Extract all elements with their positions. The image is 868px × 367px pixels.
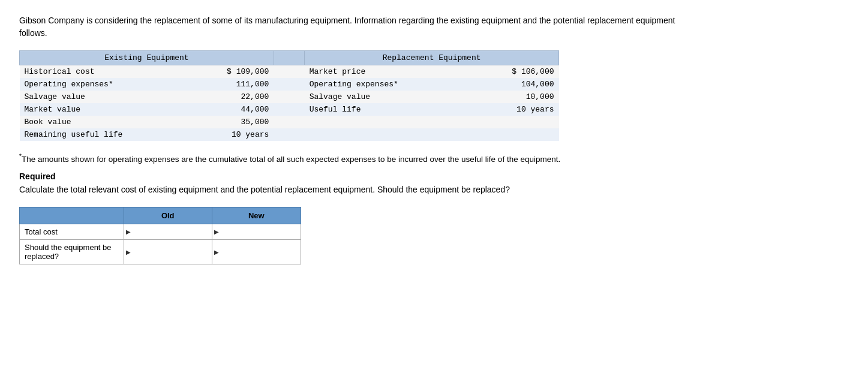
answer-new-input[interactable]	[217, 247, 288, 256]
existing-label: Operating expenses*	[20, 78, 174, 91]
new-header: New	[212, 207, 301, 224]
replacement-label	[305, 116, 459, 128]
spacer-header	[274, 51, 304, 65]
replacement-value: $ 106,000	[459, 65, 559, 79]
answer-row-label: Should the equipment be replaced?	[20, 239, 124, 264]
answer-row: Total cost	[20, 224, 301, 239]
existing-label: Salvage value	[20, 91, 174, 103]
answer-new-input-cell[interactable]	[212, 224, 301, 239]
replacement-label: Useful life	[305, 103, 459, 116]
replacement-value: 10,000	[459, 91, 559, 103]
table-row: Operating expenses* 111,000 Operating ex…	[20, 78, 559, 91]
answer-old-input-cell[interactable]	[124, 224, 212, 239]
equipment-table: Existing Equipment Replacement Equipment…	[19, 50, 559, 141]
existing-value: 10 years	[173, 128, 274, 141]
existing-label: Book value	[20, 116, 174, 128]
existing-equipment-header: Existing Equipment	[20, 51, 274, 65]
existing-label: Remaining useful life	[20, 128, 174, 141]
answer-old-input-cell[interactable]	[124, 239, 212, 264]
required-description: Calculate the total relevant cost of exi…	[19, 184, 679, 196]
replacement-label: Operating expenses*	[305, 78, 459, 91]
existing-value: 111,000	[173, 78, 274, 91]
existing-value: 22,000	[173, 91, 274, 103]
table-row: Market value 44,000 Useful life 10 years	[20, 103, 559, 116]
existing-value: 44,000	[173, 103, 274, 116]
replacement-equipment-header: Replacement Equipment	[305, 51, 559, 65]
table-row: Salvage value 22,000 Salvage value 10,00…	[20, 91, 559, 103]
replacement-value	[459, 116, 559, 128]
answer-new-input-cell[interactable]	[212, 239, 301, 264]
existing-value: $ 109,000	[173, 65, 274, 79]
answer-row: Should the equipment be replaced?	[20, 239, 301, 264]
table-row: Remaining useful life 10 years	[20, 128, 559, 141]
existing-label: Market value	[20, 103, 174, 116]
answer-old-input[interactable]	[129, 227, 199, 236]
required-label: Required	[19, 172, 849, 181]
replacement-value	[459, 128, 559, 141]
table-row: Historical cost $ 109,000 Market price $…	[20, 65, 559, 79]
answer-old-input[interactable]	[129, 247, 199, 256]
replacement-value: 104,000	[459, 78, 559, 91]
existing-label: Historical cost	[20, 65, 174, 79]
answer-empty-header	[20, 207, 124, 224]
answer-new-input[interactable]	[217, 227, 288, 236]
table-row: Book value 35,000	[20, 116, 559, 128]
replacement-label: Salvage value	[305, 91, 459, 103]
intro-text: Gibson Company is considering the replac…	[19, 14, 679, 40]
answer-table: Old New Total cost Should the equipment …	[19, 207, 301, 264]
replacement-label	[305, 128, 459, 141]
footnote-text: *The amounts shown for operating expense…	[19, 152, 739, 166]
old-header: Old	[124, 207, 212, 224]
replacement-label: Market price	[305, 65, 459, 79]
existing-value: 35,000	[173, 116, 274, 128]
replacement-value: 10 years	[459, 103, 559, 116]
answer-row-label: Total cost	[20, 224, 124, 239]
